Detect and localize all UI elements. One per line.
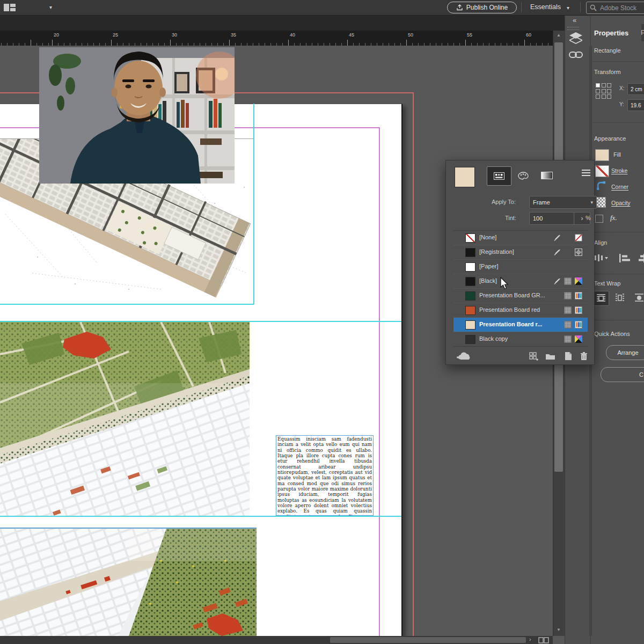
presenter-photo bbox=[39, 47, 235, 184]
align-left-icon[interactable] bbox=[619, 253, 631, 263]
panel-menu-icon[interactable] bbox=[582, 168, 590, 178]
swatch-row-black-copy[interactable]: Black copy bbox=[453, 332, 588, 346]
webcam-video-overlay bbox=[39, 47, 235, 184]
selected-object-type: Rectangle bbox=[594, 47, 621, 54]
divider bbox=[592, 232, 644, 232]
divider bbox=[592, 274, 644, 274]
placed-image-masterplan-park[interactable] bbox=[0, 322, 250, 516]
next-spread-icon[interactable]: › bbox=[529, 636, 531, 642]
horizontal-ruler: 20 25 30 35 40 45 50 55 60 bbox=[0, 31, 553, 46]
search-placeholder: Adobe Stock bbox=[600, 4, 636, 12]
swatch-row-presentation-board-red[interactable]: Presentation Board red bbox=[453, 303, 588, 318]
story-text-frame[interactable]: Equassim inisciam sam fadendusti inciam … bbox=[276, 435, 374, 516]
swatch-color-chip bbox=[465, 248, 475, 257]
arrange-button[interactable]: Arrange bbox=[606, 345, 644, 360]
swatch-color-chip bbox=[465, 262, 475, 272]
swatch-color-chip bbox=[465, 306, 475, 315]
wrap-bounding-box-button[interactable] bbox=[612, 291, 627, 305]
swatch-row-presentation-board-r-selected[interactable]: Presentation Board r... bbox=[453, 318, 588, 332]
chevron-down-icon: ▾ bbox=[590, 200, 593, 205]
apply-to-label: Apply To: bbox=[492, 199, 516, 205]
partial-quick-action-button[interactable]: C bbox=[601, 367, 644, 382]
tab-next-partial[interactable]: P bbox=[641, 28, 644, 36]
gradient-icon bbox=[541, 172, 553, 179]
opacity-link[interactable]: Opacity bbox=[611, 200, 631, 206]
cc-libraries-icon[interactable] bbox=[456, 352, 472, 361]
tab-color-mixer[interactable] bbox=[511, 166, 535, 185]
swatch-name: [Registration] bbox=[479, 248, 514, 255]
fx-button[interactable]: fx. bbox=[610, 214, 617, 222]
opacity-icon[interactable] bbox=[596, 197, 606, 208]
stock-search-input[interactable]: Adobe Stock bbox=[586, 2, 644, 14]
swatch-row-none[interactable]: [None] bbox=[453, 231, 588, 245]
chevron-down-icon[interactable]: ▾ bbox=[49, 4, 52, 10]
ruler-tick-label: 60 bbox=[526, 32, 531, 38]
new-color-group-icon[interactable] bbox=[529, 352, 538, 361]
wrap-object-shape-button[interactable] bbox=[632, 291, 644, 305]
horizontal-scrollbar-thumb[interactable] bbox=[330, 637, 526, 643]
tab-swatches[interactable] bbox=[487, 166, 511, 186]
tint-label: Tint: bbox=[505, 215, 516, 221]
scroll-up-icon[interactable]: ▲ bbox=[557, 33, 561, 38]
fill-swatch[interactable] bbox=[595, 149, 609, 161]
x-value: 2 cm bbox=[631, 86, 642, 92]
appearance-section-title: Appearance bbox=[594, 135, 626, 142]
ruler-tick-label: 30 bbox=[172, 32, 177, 38]
swatch-color-chip bbox=[465, 291, 475, 301]
divider bbox=[592, 61, 644, 62]
wrap-none-button[interactable] bbox=[593, 291, 609, 306]
swatch-name: Black copy bbox=[479, 335, 508, 342]
swatch-row-paper[interactable]: [Paper] bbox=[453, 260, 588, 274]
stroke-link[interactable]: Stroke bbox=[611, 167, 627, 174]
reference-point-grid[interactable] bbox=[596, 83, 611, 99]
publish-online-label: Publish Online bbox=[466, 4, 508, 11]
properties-panel: Properties P Rectangle Transform X: 2 cm… bbox=[590, 15, 644, 644]
layers-icon[interactable] bbox=[569, 32, 582, 44]
new-group-folder-icon[interactable] bbox=[545, 353, 555, 360]
swatch-color-chip bbox=[465, 335, 475, 344]
swatch-name: [None] bbox=[479, 234, 496, 240]
horizontal-scrollbar[interactable]: › bbox=[0, 636, 553, 644]
properties-tab-label: Properties bbox=[594, 29, 628, 37]
delete-swatch-icon[interactable] bbox=[580, 352, 588, 361]
workspace-switcher[interactable]: Essentials bbox=[530, 3, 561, 11]
swatch-name: Presentation Board red bbox=[479, 306, 540, 313]
swatch-row-black[interactable]: [Black] bbox=[453, 274, 588, 289]
new-swatch-icon[interactable] bbox=[564, 352, 572, 361]
search-icon bbox=[590, 4, 597, 11]
swatch-row-presentation-board-gr[interactable]: Presentation Board GR... bbox=[453, 289, 588, 303]
tab-properties[interactable]: Properties bbox=[591, 24, 641, 41]
workspace-chevron-icon[interactable]: ▾ bbox=[567, 5, 569, 11]
effects-target-icon[interactable] bbox=[595, 215, 603, 223]
scroll-down-icon[interactable]: ▼ bbox=[557, 627, 561, 632]
apply-to-dropdown[interactable]: Frame ▾ bbox=[529, 196, 597, 209]
spread-view-icon[interactable] bbox=[538, 637, 549, 643]
links-icon[interactable] bbox=[569, 50, 583, 59]
corner-options-icon[interactable] bbox=[597, 181, 606, 191]
x-value-field[interactable]: 2 cm bbox=[627, 83, 644, 95]
mouse-cursor bbox=[500, 277, 509, 290]
transform-section-title: Transform bbox=[594, 69, 621, 75]
corner-link[interactable]: Corner bbox=[611, 184, 628, 190]
swatch-row-registration[interactable]: [Registration] bbox=[453, 245, 588, 260]
panel-grip-icon[interactable] bbox=[567, 27, 579, 30]
swatch-name: [Paper] bbox=[479, 263, 498, 269]
publish-online-button[interactable]: Publish Online bbox=[447, 2, 517, 13]
arrange-documents-icon[interactable] bbox=[4, 4, 17, 11]
ruler-tick-label: 35 bbox=[231, 32, 236, 38]
stroke-swatch[interactable] bbox=[595, 165, 609, 177]
align-center-icon[interactable] bbox=[638, 253, 644, 263]
ruler-tick-label: 55 bbox=[467, 32, 472, 38]
swatch-name: Presentation Board GR... bbox=[479, 292, 545, 298]
placed-image-masterplan-bottom[interactable] bbox=[0, 529, 257, 636]
fill-label: Fill bbox=[613, 151, 621, 158]
tint-field[interactable]: 100 bbox=[529, 212, 580, 225]
y-value-field[interactable]: 19.6 bbox=[627, 99, 644, 111]
distribute-options-icon[interactable] bbox=[594, 253, 608, 263]
swatch-name: [Black] bbox=[479, 277, 497, 284]
ruler-tick-label: 20 bbox=[54, 32, 59, 38]
tab-gradient[interactable] bbox=[535, 166, 559, 185]
margin-guide-vertical bbox=[379, 127, 380, 636]
collapse-panels-icon[interactable]: « bbox=[573, 16, 576, 24]
image-frame-edge bbox=[0, 528, 257, 529]
